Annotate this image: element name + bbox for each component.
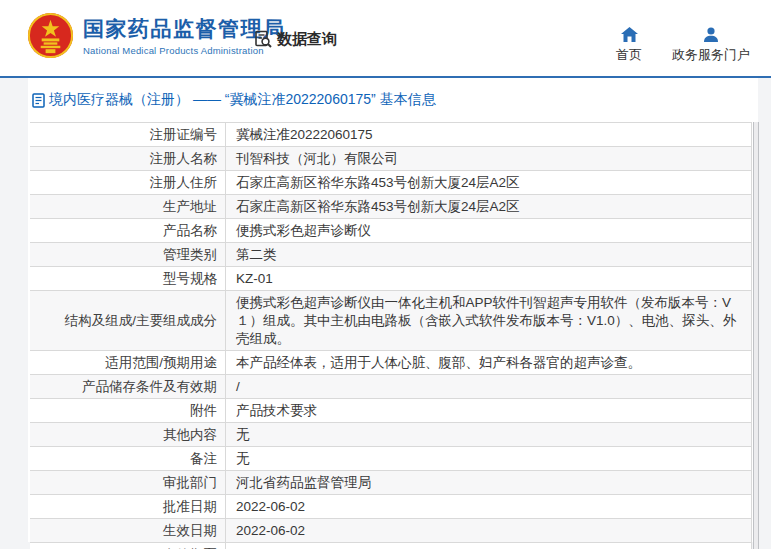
row-label: 批准日期 — [30, 495, 225, 518]
row-value: 无 — [225, 447, 751, 470]
row-label: 备注 — [30, 447, 225, 470]
row-label: 注册人名称 — [30, 147, 225, 170]
table-scrollbar[interactable] — [753, 122, 759, 549]
table-row: 生产地址石家庄高新区裕华东路453号创新大厦24层A2区 — [30, 195, 751, 219]
row-value: 2022-06-02 — [225, 495, 751, 518]
nav-item-home[interactable]: 首页 — [616, 27, 642, 64]
table-row: 产品储存条件及有效期/ — [30, 375, 751, 399]
row-label: 管理类别 — [30, 243, 225, 266]
document-icon — [32, 93, 45, 108]
row-value: 刊智科技（河北）有限公司 — [225, 147, 751, 170]
row-value: 本产品经体表，适用于人体心脏、腹部、妇产科各器官的超声诊查。 — [225, 351, 751, 374]
row-value: 无 — [225, 423, 751, 446]
table-row: 审批部门河北省药品监督管理局 — [30, 471, 751, 495]
document-search-icon — [254, 30, 273, 49]
row-label: 其他内容 — [30, 423, 225, 446]
row-label: 型号规格 — [30, 267, 225, 290]
home-icon — [621, 27, 638, 42]
row-label: 生效日期 — [30, 519, 225, 542]
nav-gov-portal-label: 政务服务门户 — [672, 46, 750, 64]
row-label: 审批部门 — [30, 471, 225, 494]
site-header: 国家药品监督管理局 National Medical Products Admi… — [0, 0, 771, 76]
row-label: 结构及组成/主要组成成分 — [30, 291, 225, 350]
row-label: 注册证编号 — [30, 123, 225, 146]
detail-table: 注册证编号冀械注准20222060175注册人名称刊智科技（河北）有限公司注册人… — [30, 122, 752, 549]
row-value: 石家庄高新区裕华东路453号创新大厦24层A2区 — [225, 195, 751, 218]
nav-home-label: 首页 — [616, 46, 642, 64]
page-background: 境内医疗器械（注册） —— “冀械注准20222060175” 基本信息 注册证… — [0, 78, 771, 549]
row-label: 适用范围/预期用途 — [30, 351, 225, 374]
table-row: 有效期至2027-06-01 — [30, 543, 751, 549]
row-value: KZ-01 — [225, 267, 751, 290]
table-row: 生效日期2022-06-02 — [30, 519, 751, 543]
top-nav: 首页 政务服务门户 — [616, 27, 750, 64]
table-row: 管理类别第二类 — [30, 243, 751, 267]
row-label: 注册人住所 — [30, 171, 225, 194]
data-query-label: 数据查询 — [277, 30, 337, 49]
table-row: 结构及组成/主要组成成分便携式彩色超声诊断仪由一体化主机和APP软件刊智超声专用… — [30, 291, 751, 351]
row-value: 便携式彩色超声诊断仪由一体化主机和APP软件刊智超声专用软件（发布版本号：V１）… — [225, 291, 751, 350]
user-icon — [703, 27, 719, 42]
row-value: 冀械注准20222060175 — [225, 123, 751, 146]
row-value: 河北省药品监督管理局 — [225, 471, 751, 494]
brand: 国家药品监督管理局 National Medical Products Admi… — [27, 12, 286, 59]
row-value: 石家庄高新区裕华东路453号创新大厦24层A2区 — [225, 171, 751, 194]
row-value: 产品技术要求 — [225, 399, 751, 422]
table-row: 附件产品技术要求 — [30, 399, 751, 423]
table-row: 型号规格KZ-01 — [30, 267, 751, 291]
row-value: 第二类 — [225, 243, 751, 266]
detail-table-wrap: 注册证编号冀械注准20222060175注册人名称刊智科技（河北）有限公司注册人… — [30, 122, 758, 549]
row-label: 产品储存条件及有效期 — [30, 375, 225, 398]
row-value: 便携式彩色超声诊断仪 — [225, 219, 751, 242]
table-row: 其他内容无 — [30, 423, 751, 447]
row-label: 产品名称 — [30, 219, 225, 242]
content-panel: 境内医疗器械（注册） —— “冀械注准20222060175” 基本信息 注册证… — [28, 78, 758, 542]
table-row: 注册人名称刊智科技（河北）有限公司 — [30, 147, 751, 171]
row-value: 2027-06-01 — [225, 543, 751, 549]
data-query-tab[interactable]: 数据查询 — [254, 30, 337, 49]
table-row: 批准日期2022-06-02 — [30, 495, 751, 519]
table-row: 注册证编号冀械注准20222060175 — [30, 123, 751, 147]
row-label: 附件 — [30, 399, 225, 422]
national-emblem-logo — [27, 12, 74, 59]
table-row: 注册人住所石家庄高新区裕华东路453号创新大厦24层A2区 — [30, 171, 751, 195]
breadcrumb: 境内医疗器械（注册） —— “冀械注准20222060175” 基本信息 — [32, 88, 758, 112]
table-row: 备注无 — [30, 447, 751, 471]
nav-item-gov-portal[interactable]: 政务服务门户 — [672, 27, 750, 64]
row-value: 2022-06-02 — [225, 519, 751, 542]
row-value: / — [225, 375, 751, 398]
row-label: 生产地址 — [30, 195, 225, 218]
table-row: 产品名称便携式彩色超声诊断仪 — [30, 219, 751, 243]
table-row: 适用范围/预期用途本产品经体表，适用于人体心脏、腹部、妇产科各器官的超声诊查。 — [30, 351, 751, 375]
row-label: 有效期至 — [30, 543, 225, 549]
breadcrumb-text: 境内医疗器械（注册） —— “冀械注准20222060175” 基本信息 — [49, 91, 436, 109]
